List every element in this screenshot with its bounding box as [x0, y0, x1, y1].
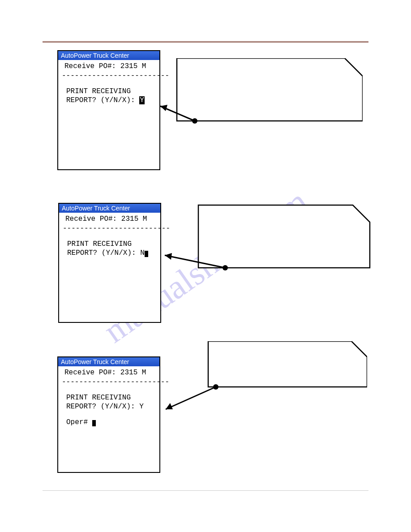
svg-marker-5 [165, 253, 172, 260]
svg-marker-8 [166, 403, 173, 409]
svg-point-6 [213, 384, 218, 390]
bottom-divider [43, 490, 368, 491]
terminal-header-line: Receive PO#: 2315 M [63, 215, 157, 224]
separator-line: ------------------------- [62, 71, 156, 81]
terminal-header-line: Receive PO#: 2315 M [62, 368, 156, 378]
prompt-line-2: REPORT? (Y/N/X): N [67, 249, 157, 258]
window-titlebar: AutoPower Truck Center [58, 51, 159, 60]
terminal-window-3: AutoPower Truck Center Receive PO#: 2315… [57, 356, 160, 473]
terminal-window-1: AutoPower Truck Center Receive PO#: 2315… [57, 50, 160, 170]
prompt-line-1: PRINT RECEIVING [66, 87, 156, 96]
callout-1 [152, 58, 363, 130]
terminal-window-2: AutoPower Truck Center Receive PO#: 2315… [58, 203, 161, 323]
svg-line-7 [166, 387, 216, 409]
prompt-line-1: PRINT RECEIVING [66, 393, 156, 403]
window-titlebar: AutoPower Truck Center [59, 204, 160, 213]
svg-point-3 [223, 265, 228, 270]
terminal-header-line: Receive PO#: 2315 M [62, 62, 156, 71]
terminal-content: Receive PO#: 2315 M --------------------… [58, 366, 159, 431]
top-divider [43, 41, 368, 43]
separator-line: ------------------------- [62, 378, 156, 387]
prompt-line-2: REPORT? (Y/N/X): Y [66, 96, 156, 105]
callout-2 [156, 202, 371, 291]
svg-line-4 [165, 255, 225, 268]
cursor-icon [145, 251, 148, 257]
svg-marker-2 [160, 105, 167, 111]
svg-point-0 [192, 118, 197, 124]
answer-value: N [140, 249, 145, 257]
callout-3 [157, 341, 367, 444]
prompt-line-1: PRINT RECEIVING [67, 240, 157, 249]
oper-prompt: Oper# [66, 418, 156, 427]
document-page: manualshive.com AutoPower Truck Center R… [0, 0, 411, 532]
separator-line: ------------------------- [63, 224, 157, 233]
answer-value: Y [139, 96, 145, 104]
svg-line-1 [160, 106, 195, 121]
window-titlebar: AutoPower Truck Center [58, 357, 159, 366]
terminal-content: Receive PO#: 2315 M --------------------… [58, 60, 159, 109]
cursor-icon [92, 420, 96, 426]
prompt-line-2: REPORT? (Y/N/X): Y [66, 402, 156, 412]
terminal-content: Receive PO#: 2315 M --------------------… [59, 213, 160, 262]
